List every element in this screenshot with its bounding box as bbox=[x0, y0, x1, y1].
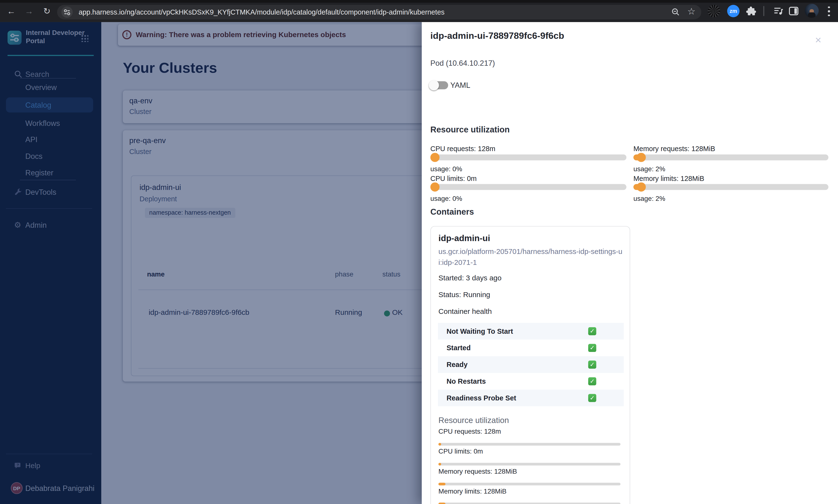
metric-bar-memory-requests bbox=[633, 155, 828, 160]
metric-usage: usage: 0% bbox=[431, 165, 462, 173]
screen: ← → ↻ app.harness.io/ng/account/vpCkHKsD… bbox=[0, 0, 838, 504]
bookmark-star-icon[interactable]: ☆ bbox=[687, 6, 696, 17]
container-metric-bar bbox=[438, 483, 621, 485]
browser-profile-avatar[interactable] bbox=[805, 4, 819, 18]
check-icon: ✓ bbox=[588, 377, 596, 385]
health-label: Not Waiting To Start bbox=[447, 323, 513, 340]
health-row: Ready ✓ bbox=[438, 356, 624, 373]
metric-usage: usage: 0% bbox=[431, 195, 462, 202]
browser-menu-icon[interactable] bbox=[826, 6, 832, 16]
browser-reload-button[interactable]: ↻ bbox=[41, 5, 53, 17]
metric-label: CPU requests: 128m bbox=[431, 145, 495, 153]
extensions-puzzle-icon[interactable] bbox=[746, 5, 758, 18]
drawer-title: idp-admin-ui-7889789fc6-9f6cb bbox=[431, 31, 564, 41]
check-icon: ✓ bbox=[588, 327, 596, 335]
metric-bar-cpu-limits bbox=[431, 184, 627, 190]
window-top-strip bbox=[0, 0, 838, 3]
health-row: Started ✓ bbox=[438, 340, 624, 356]
health-row: Not Waiting To Start ✓ bbox=[438, 323, 624, 340]
slider-thumb bbox=[431, 182, 440, 192]
toolbar-separator bbox=[763, 6, 764, 16]
browser-back-button[interactable]: ← bbox=[5, 5, 17, 17]
loom-extension-icon[interactable] bbox=[708, 5, 720, 17]
browser-toolbar: ← → ↻ app.harness.io/ng/account/vpCkHKsD… bbox=[0, 0, 838, 22]
media-controls-icon[interactable] bbox=[773, 5, 785, 18]
health-label: Started bbox=[447, 340, 470, 356]
container-name: idp-admin-ui bbox=[438, 234, 490, 243]
slider-thumb bbox=[637, 153, 646, 162]
site-settings-icon[interactable] bbox=[62, 6, 73, 18]
browser-forward-button[interactable]: → bbox=[23, 5, 35, 17]
container-image: us.gcr.io/platform-205701/harness/harnes… bbox=[438, 247, 624, 268]
health-label: No Restarts bbox=[447, 373, 486, 390]
container-metric-label: Memory limits: 128MiB bbox=[438, 487, 507, 495]
close-icon[interactable]: × bbox=[812, 34, 824, 46]
zoom-extension-icon[interactable]: zm bbox=[727, 5, 739, 17]
address-bar[interactable]: app.harness.io/ng/account/vpCkHKsDSxK9_K… bbox=[57, 5, 701, 19]
pod-subtitle: Pod (10.64.10.217) bbox=[431, 59, 495, 68]
container-status: Status: Running bbox=[438, 291, 490, 299]
health-label: Readiness Probe Set bbox=[447, 390, 516, 406]
container-metric-bar bbox=[438, 463, 621, 465]
container-metric-bar bbox=[438, 443, 621, 446]
zoom-out-page-icon[interactable] bbox=[671, 7, 680, 17]
slider-thumb bbox=[431, 153, 440, 162]
container-metric-label: Memory requests: 128MiB bbox=[438, 468, 517, 475]
health-row: Readiness Probe Set ✓ bbox=[438, 390, 624, 406]
pod-details-drawer: idp-admin-ui-7889789fc6-9f6cb × Pod (10.… bbox=[422, 22, 838, 504]
resource-utilization-heading: Resource utilization bbox=[431, 125, 510, 134]
metric-usage: usage: 2% bbox=[633, 195, 665, 202]
metric-label: Memory limits: 128MiB bbox=[633, 174, 704, 182]
yaml-toggle[interactable] bbox=[431, 81, 448, 89]
metric-label: CPU limits: 0m bbox=[431, 174, 477, 182]
health-row: No Restarts ✓ bbox=[438, 373, 624, 390]
container-started: Started: 3 days ago bbox=[438, 274, 502, 282]
health-label: Ready bbox=[447, 356, 468, 373]
check-icon: ✓ bbox=[588, 394, 596, 402]
url-text[interactable]: app.harness.io/ng/account/vpCkHKsDSxK9_K… bbox=[78, 5, 666, 19]
container-metric-label: CPU requests: 128m bbox=[438, 428, 501, 435]
check-icon: ✓ bbox=[588, 344, 596, 352]
page-viewport: Internal Developer Portal Search Overvie… bbox=[0, 22, 838, 504]
yaml-toggle-label: YAML bbox=[450, 78, 470, 93]
container-card: idp-admin-ui us.gcr.io/platform-205701/h… bbox=[431, 226, 630, 504]
slider-thumb bbox=[637, 182, 646, 192]
metric-label: Memory requests: 128MiB bbox=[633, 145, 715, 153]
metric-usage: usage: 2% bbox=[633, 165, 665, 173]
container-metric-bar bbox=[438, 503, 621, 504]
container-health-heading: Container health bbox=[438, 307, 492, 315]
side-panel-icon[interactable] bbox=[788, 5, 800, 18]
metric-bar-memory-limits bbox=[633, 184, 828, 190]
check-icon: ✓ bbox=[588, 361, 596, 369]
containers-heading: Containers bbox=[431, 207, 474, 217]
container-metric-label: CPU limits: 0m bbox=[438, 448, 483, 455]
metric-bar-cpu-requests bbox=[431, 155, 627, 160]
container-resource-heading: Resource utilization bbox=[438, 415, 509, 425]
toggle-knob bbox=[429, 80, 439, 90]
